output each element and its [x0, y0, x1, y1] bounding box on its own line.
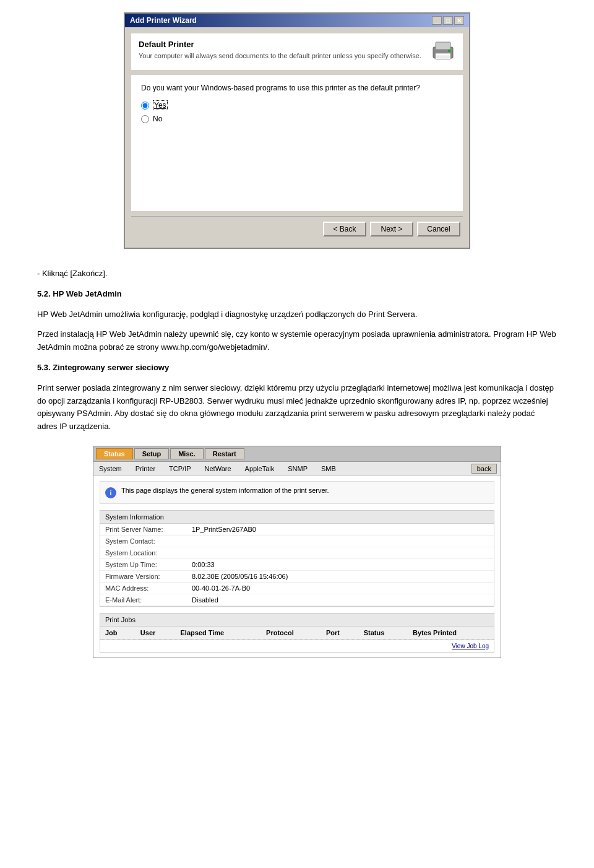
dialog-header-section: Default Printer Your computer will alway… — [131, 33, 463, 70]
svg-rect-1 — [436, 42, 450, 50]
table-row: E-Mail Alert:Disabled — [100, 594, 494, 605]
web-tab-bar: Status Setup Misc. Restart — [93, 446, 501, 462]
tab-misc[interactable]: Misc. — [170, 448, 204, 459]
view-job-log-container: View Job Log — [100, 640, 494, 652]
system-info-table: Print Server Name:1P_PrintServ267AB0Syst… — [100, 524, 494, 606]
radio-no[interactable] — [141, 115, 149, 123]
back-button[interactable]: < Back — [323, 222, 366, 237]
table-row: MAC Address:00-40-01-26-7A-B0 — [100, 582, 494, 594]
next-button[interactable]: Next > — [370, 222, 413, 237]
nav-system[interactable]: System — [97, 464, 124, 473]
svg-rect-3 — [437, 56, 449, 58]
dialog-title: Add Printer Wizard — [130, 16, 197, 25]
dialog-titlebar: Add Printer Wizard _ □ ✕ — [125, 14, 469, 27]
dialog-header-text: Default Printer Your computer will alway… — [139, 40, 421, 61]
radio-yes[interactable] — [141, 102, 149, 110]
table-row: System Up Time:0:00:33 — [100, 558, 494, 570]
tab-restart[interactable]: Restart — [205, 448, 244, 459]
info-message: This page displays the general system in… — [121, 487, 329, 494]
section-paragraph1: HP Web JetAdmin umożliwia konfigurację, … — [37, 308, 557, 321]
close-button[interactable]: ✕ — [454, 16, 464, 25]
info-banner: i This page displays the general system … — [100, 481, 494, 504]
radio-no-item: No — [141, 115, 453, 123]
jobs-column-header: Job — [100, 627, 136, 640]
table-row: Firmware Version:8.02.30E (2005/05/16 15… — [100, 570, 494, 582]
nav-smb[interactable]: SMB — [319, 464, 338, 473]
system-info-value: Disabled — [187, 594, 494, 605]
table-row: System Contact: — [100, 535, 494, 547]
system-info-value: 0:00:33 — [187, 558, 494, 570]
subsection-heading: 5.3. Zintegrowany serwer sieciowy — [37, 362, 557, 375]
system-info-label: MAC Address: — [100, 582, 187, 594]
system-info-value: 1P_PrintServ267AB0 — [187, 524, 494, 536]
jobs-column-header: Protocol — [261, 627, 321, 640]
info-icon: i — [105, 487, 116, 498]
dialog-content: Default Printer Your computer will alway… — [125, 27, 469, 248]
nav-tcpip[interactable]: TCP/IP — [167, 464, 192, 473]
section-paragraph2: Przed instalacją HP Web JetAdmin należy … — [37, 328, 557, 354]
jobs-column-header: Bytes Printed — [408, 627, 494, 640]
nav-appletalk[interactable]: AppleTalk — [243, 464, 277, 473]
tab-status[interactable]: Status — [96, 448, 133, 459]
print-jobs-section: Print Jobs JobUserElapsed TimeProtocolPo… — [100, 613, 494, 653]
radio-yes-item: Yes — [141, 101, 453, 110]
dialog-body: Do you want your Windows-based programs … — [131, 75, 463, 211]
table-row: Print Server Name:1P_PrintServ267AB0 — [100, 524, 494, 536]
system-info-label: E-Mail Alert: — [100, 594, 187, 605]
print-jobs-table: JobUserElapsed TimeProtocolPortStatusByt… — [100, 627, 494, 640]
web-interface: Status Setup Misc. Restart System Printe… — [93, 446, 501, 658]
system-info-value: 8.02.30E (2005/05/16 15:46:06) — [187, 570, 494, 582]
dialog-header-description: Your computer will always send documents… — [139, 51, 421, 61]
nav-snmp[interactable]: SNMP — [286, 464, 309, 473]
subsection-paragraph1: Print serwer posiada zintegrowany z nim … — [37, 382, 557, 433]
system-info-value — [187, 535, 494, 547]
cancel-button[interactable]: Cancel — [417, 222, 460, 237]
svg-point-4 — [448, 50, 450, 52]
dialog-footer: < Back Next > Cancel — [131, 216, 463, 241]
print-jobs-title: Print Jobs — [100, 614, 494, 627]
section-heading: 5.2. HP Web JetAdmin — [37, 288, 557, 301]
back-nav-button[interactable]: back — [471, 464, 497, 474]
maximize-button[interactable]: □ — [443, 16, 453, 25]
system-info-value: 00-40-01-26-7A-B0 — [187, 582, 494, 594]
web-body: i This page displays the general system … — [93, 476, 501, 658]
dialog-question: Do you want your Windows-based programs … — [141, 84, 453, 92]
radio-yes-label: Yes — [153, 101, 168, 110]
jobs-column-header: Status — [359, 627, 408, 640]
jobs-column-header: Elapsed Time — [176, 627, 262, 640]
dialog-container: Add Printer Wizard _ □ ✕ Default Printer… — [25, 12, 569, 249]
radio-group: Yes No — [141, 101, 453, 123]
tab-setup[interactable]: Setup — [134, 448, 170, 459]
table-row: System Location: — [100, 547, 494, 558]
system-info-label: System Contact: — [100, 535, 187, 547]
printer-icon — [431, 40, 455, 64]
view-job-log-link[interactable]: View Job Log — [452, 643, 489, 649]
system-info-label: Firmware Version: — [100, 570, 187, 582]
add-printer-dialog: Add Printer Wizard _ □ ✕ Default Printer… — [124, 12, 470, 249]
radio-no-label: No — [153, 115, 162, 123]
nav-printer[interactable]: Printer — [134, 464, 157, 473]
nav-netware[interactable]: NetWare — [203, 464, 233, 473]
main-text-content: - Kliknąć [Zakończ]. 5.2. HP Web JetAdmi… — [25, 267, 569, 433]
system-info-label: System Up Time: — [100, 558, 187, 570]
jobs-column-header: User — [136, 627, 176, 640]
system-info-section: System Information Print Server Name:1P_… — [100, 510, 494, 607]
dialog-header-heading: Default Printer — [139, 40, 421, 49]
system-info-label: Print Server Name: — [100, 524, 187, 536]
jobs-column-header: Port — [321, 627, 359, 640]
web-nav-bar: System Printer TCP/IP NetWare AppleTalk … — [93, 462, 501, 476]
minimize-button[interactable]: _ — [432, 16, 442, 25]
system-info-label: System Location: — [100, 547, 187, 558]
system-info-value — [187, 547, 494, 558]
bullet-point: - Kliknąć [Zakończ]. — [37, 267, 557, 280]
web-interface-container: Status Setup Misc. Restart System Printe… — [25, 446, 569, 658]
system-info-title: System Information — [100, 511, 494, 524]
